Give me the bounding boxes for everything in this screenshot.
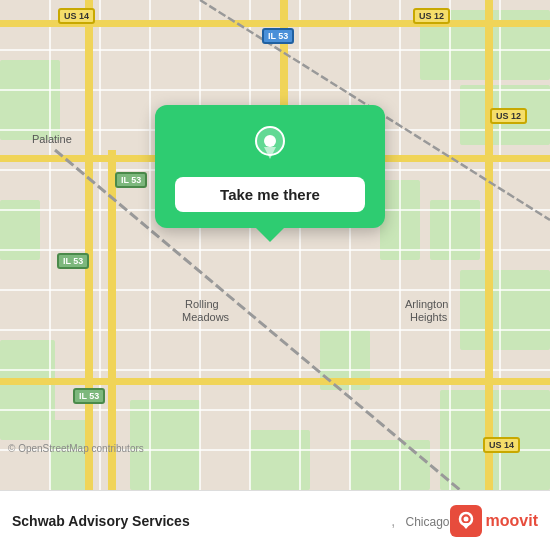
svg-text:Palatine: Palatine bbox=[32, 133, 72, 145]
moovit-icon bbox=[450, 505, 482, 537]
svg-text:Arlington: Arlington bbox=[405, 298, 448, 310]
svg-rect-1 bbox=[0, 60, 60, 140]
bottom-bar: Schwab Advisory Services , Chicago moovi… bbox=[0, 490, 550, 550]
svg-rect-9 bbox=[250, 430, 310, 490]
svg-rect-38 bbox=[0, 378, 550, 385]
svg-rect-13 bbox=[430, 200, 480, 260]
road-badge-il53-mid-left: IL 53 bbox=[115, 172, 147, 188]
svg-rect-6 bbox=[0, 200, 40, 260]
map-container[interactable]: Palatine Rolling Meadows Arlington Heigh… bbox=[0, 0, 550, 490]
map-svg: Palatine Rolling Meadows Arlington Heigh… bbox=[0, 0, 550, 490]
place-city: Chicago bbox=[406, 515, 450, 529]
svg-rect-10 bbox=[350, 440, 430, 490]
svg-point-51 bbox=[264, 135, 276, 147]
svg-rect-39 bbox=[85, 0, 93, 490]
road-badge-il53-left: IL 53 bbox=[57, 253, 89, 269]
location-card: Take me there bbox=[155, 105, 385, 228]
svg-rect-41 bbox=[485, 0, 493, 490]
svg-rect-7 bbox=[50, 420, 90, 490]
svg-text:Rolling: Rolling bbox=[185, 298, 219, 310]
svg-text:Heights: Heights bbox=[410, 311, 448, 323]
road-badge-il53-top: IL 53 bbox=[262, 28, 294, 44]
svg-text:Meadows: Meadows bbox=[182, 311, 230, 323]
place-name: Schwab Advisory Services bbox=[12, 513, 387, 529]
road-badge-us12-top: US 12 bbox=[413, 8, 450, 24]
location-pin-icon bbox=[248, 123, 292, 167]
road-badge-us12-right: US 12 bbox=[490, 108, 527, 124]
road-badge-us14-bottom: US 14 bbox=[483, 437, 520, 453]
take-me-there-button[interactable]: Take me there bbox=[175, 177, 365, 212]
svg-point-55 bbox=[463, 516, 468, 521]
moovit-text: moovit bbox=[486, 512, 538, 530]
map-attribution: © OpenStreetMap contributors bbox=[8, 443, 144, 454]
road-badge-il53-bottom-left: IL 53 bbox=[73, 388, 105, 404]
svg-rect-14 bbox=[460, 270, 550, 350]
svg-rect-4 bbox=[0, 340, 55, 440]
moovit-logo: moovit bbox=[450, 505, 538, 537]
road-badge-us14-top: US 14 bbox=[58, 8, 95, 24]
